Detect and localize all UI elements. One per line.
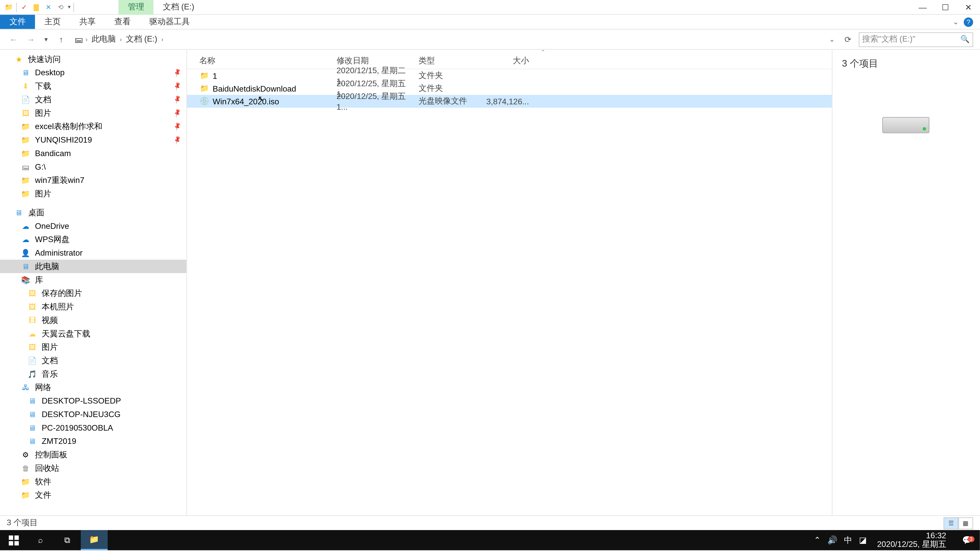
tray-overflow-icon[interactable]: ⌃: [814, 535, 821, 545]
documents-icon: 📄: [27, 356, 38, 365]
nav-item-control-panel[interactable]: ⚙控制面板: [0, 448, 186, 462]
nav-item-this-pc[interactable]: 🖥此电脑: [0, 260, 186, 273]
nav-item-onedrive[interactable]: ☁OneDrive: [0, 219, 186, 233]
taskbar-search-button[interactable]: ⌕: [27, 530, 54, 550]
maximize-button[interactable]: ☐: [934, 0, 957, 14]
column-header-name[interactable]: 名称: [187, 55, 336, 67]
nav-item-library[interactable]: 🎵音乐: [0, 367, 186, 381]
nav-item-folder[interactable]: 📁win7重装win7: [0, 173, 186, 187]
qat-properties-icon[interactable]: ✓: [19, 2, 29, 12]
tab-drive-tools[interactable]: 驱动器工具: [140, 15, 199, 29]
nav-item-computer[interactable]: 🖥ZMT2019: [0, 435, 186, 448]
nav-back-button[interactable]: ←: [6, 33, 20, 46]
chevron-right-icon[interactable]: ›: [120, 36, 122, 43]
nav-item-desktop[interactable]: 🖥Desktop: [0, 66, 186, 79]
nav-item-downloads[interactable]: ⬇下载: [0, 79, 186, 93]
nav-item-library[interactable]: ☁天翼云盘下载: [0, 327, 186, 341]
nav-item-pictures[interactable]: 🖼图片: [0, 106, 186, 120]
nav-forward-button[interactable]: →: [24, 33, 38, 46]
nav-item-folder[interactable]: 📁软件: [0, 475, 186, 489]
nav-item-computer[interactable]: 🖥DESKTOP-NJEU3CG: [0, 408, 186, 421]
chevron-right-icon[interactable]: ›: [161, 36, 163, 43]
view-icons-button[interactable]: ▦: [958, 517, 973, 529]
nav-item-wps[interactable]: ☁WPS网盘: [0, 233, 186, 246]
nav-up-button[interactable]: ↑: [55, 33, 68, 46]
help-icon[interactable]: ?: [964, 17, 973, 27]
taskbar-taskview-button[interactable]: ⧉: [54, 530, 81, 550]
column-headers: 名称 修改日期 类型 大小: [187, 53, 832, 69]
column-header-type[interactable]: 类型: [418, 55, 486, 67]
nav-item-library[interactable]: 📄文档: [0, 354, 186, 367]
nav-history-dropdown-icon[interactable]: ▾: [41, 36, 50, 43]
tab-view[interactable]: 查看: [105, 15, 140, 29]
refresh-button[interactable]: ⟳: [841, 33, 855, 46]
nav-desktop-root[interactable]: 🖥桌面: [0, 206, 186, 219]
nav-item-user[interactable]: 👤Administrator: [0, 246, 186, 260]
nav-item-folder[interactable]: 📁图片: [0, 187, 186, 200]
tab-file[interactable]: 文件: [0, 15, 35, 29]
nav-item-folder[interactable]: 📁excel表格制作求和: [0, 120, 186, 133]
tray-app-icon[interactable]: ◪: [859, 535, 866, 545]
search-placeholder: 搜索"文档 (E:)": [862, 34, 915, 45]
nav-item-library[interactable]: 🖼图片: [0, 340, 186, 354]
volume-icon[interactable]: 🔊: [827, 535, 838, 545]
nav-item-documents[interactable]: 📄文档: [0, 93, 186, 106]
svg-rect-3: [14, 541, 18, 545]
start-button[interactable]: [0, 530, 27, 550]
qat-customize-dropdown-icon[interactable]: ▾: [68, 4, 71, 10]
pictures-icon: 🖼: [27, 302, 38, 311]
clock-date: 2020/12/25, 星期五: [877, 540, 946, 549]
qat-undo-icon[interactable]: ⟲: [56, 2, 65, 12]
navigation-pane[interactable]: ★快速访问 🖥Desktop ⬇下载 📄文档 🖼图片 📁excel表格制作求和 …: [0, 50, 187, 515]
nav-item-drive[interactable]: 🖴G:\: [0, 160, 186, 174]
search-input[interactable]: 搜索"文档 (E:)" 🔍: [859, 32, 973, 47]
chevron-right-icon[interactable]: ›: [86, 36, 88, 43]
taskbar-explorer-button[interactable]: 📁: [81, 530, 107, 550]
nav-item-computer[interactable]: 🖥PC-20190530OBLA: [0, 421, 186, 435]
qat-newfolder-icon[interactable]: ▇: [32, 2, 41, 12]
close-button[interactable]: ✕: [957, 0, 980, 14]
breadcrumb-segment[interactable]: 此电脑: [90, 34, 117, 45]
nav-item-folder[interactable]: 📁Bandicam: [0, 147, 186, 160]
nav-item-recycle-bin[interactable]: 🗑回收站: [0, 462, 186, 475]
drive-icon: 🖴: [75, 35, 83, 44]
main-area: ★快速访问 🖥Desktop ⬇下载 📄文档 🖼图片 📁excel表格制作求和 …: [0, 50, 980, 515]
folder-icon: 📁: [20, 477, 31, 486]
desktop-icon: 🖥: [14, 208, 24, 218]
nav-item-library[interactable]: 🖼本机照片: [0, 300, 186, 313]
breadcrumb-segment[interactable]: 文档 (E:): [124, 34, 159, 45]
action-center-button[interactable]: 💬 3: [957, 535, 977, 545]
folder-icon: 📁: [199, 84, 210, 93]
search-icon[interactable]: 🔍: [960, 35, 970, 44]
nav-item-folder[interactable]: 📁YUNQISHI2019: [0, 133, 186, 147]
qat-delete-icon[interactable]: ✕: [44, 2, 53, 12]
nav-quick-access[interactable]: ★快速访问: [0, 52, 186, 66]
file-list-area: ⌃ 名称 修改日期 类型 大小 📁12020/12/15, 星期二 1...文件…: [187, 50, 832, 515]
nav-item-libraries[interactable]: 📚库: [0, 273, 186, 287]
ribbon-expand-icon[interactable]: ⌄: [953, 18, 958, 25]
tab-share[interactable]: 共享: [70, 15, 105, 29]
nav-item-library[interactable]: 🎞视频: [0, 313, 186, 327]
file-row[interactable]: 📁BaiduNetdiskDownload2020/12/25, 星期五 1..…: [187, 82, 832, 95]
downloads-icon: ⬇: [20, 81, 31, 91]
search-icon: ⌕: [38, 535, 43, 545]
nav-item-computer[interactable]: 🖥DESKTOP-LSSOEDP: [0, 394, 186, 408]
address-dropdown-icon[interactable]: ⌄: [826, 36, 837, 43]
pc-icon: 🖥: [27, 437, 38, 446]
minimize-button[interactable]: —: [911, 0, 934, 14]
file-row[interactable]: 📁12020/12/15, 星期二 1...文件夹: [187, 69, 832, 82]
breadcrumb[interactable]: 🖴 › 此电脑 › 文档 (E:) ›: [72, 34, 822, 45]
view-details-button[interactable]: ☰: [943, 517, 958, 529]
column-header-date[interactable]: 修改日期: [337, 55, 419, 67]
tab-home[interactable]: 主页: [35, 15, 70, 29]
svg-rect-2: [8, 541, 13, 545]
pc-icon: 🖥: [27, 410, 38, 419]
nav-item-folder[interactable]: 📁文件: [0, 488, 186, 502]
taskbar-clock[interactable]: 16:32 2020/12/25, 星期五: [873, 531, 950, 549]
column-header-size[interactable]: 大小: [486, 55, 533, 67]
nav-item-network[interactable]: 🖧网络: [0, 381, 186, 394]
context-tab-manage[interactable]: 管理: [118, 0, 153, 14]
file-row[interactable]: 💿Win7x64_2020.iso2020/12/25, 星期五 1...光盘映…: [187, 95, 832, 108]
nav-item-library[interactable]: 🖼保存的图片: [0, 286, 186, 300]
ime-indicator[interactable]: 中: [844, 534, 852, 546]
